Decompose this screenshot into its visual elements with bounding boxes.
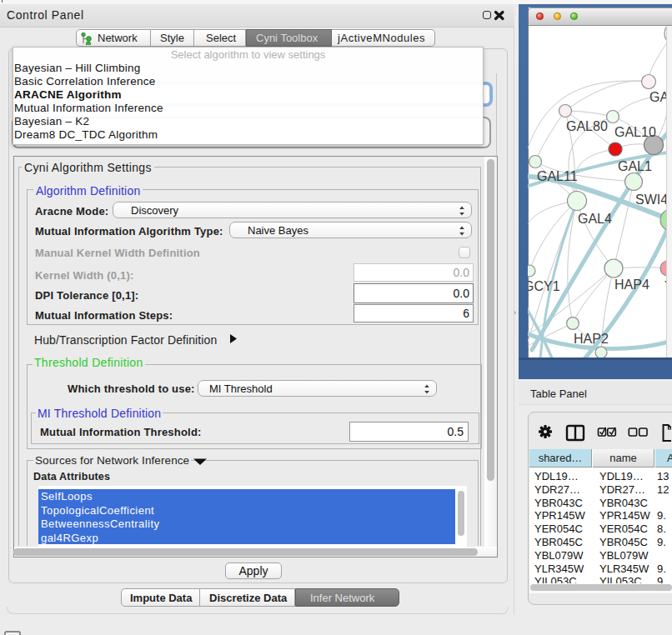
svg-text:HAP4: HAP4 [614,278,649,292]
svg-text:GAL80: GAL80 [566,119,608,133]
svg-text:GCY1: GCY1 [528,279,560,293]
svg-text:GAL1: GAL1 [618,159,652,173]
svg-text:SWI4: SWI4 [635,192,668,207]
svg-text:GAL4: GAL4 [578,212,612,226]
svg-text:GAL11: GAL11 [537,169,578,183]
svg-text:HAP2: HAP2 [574,332,609,346]
svg-text:GAL10: GAL10 [614,125,656,139]
